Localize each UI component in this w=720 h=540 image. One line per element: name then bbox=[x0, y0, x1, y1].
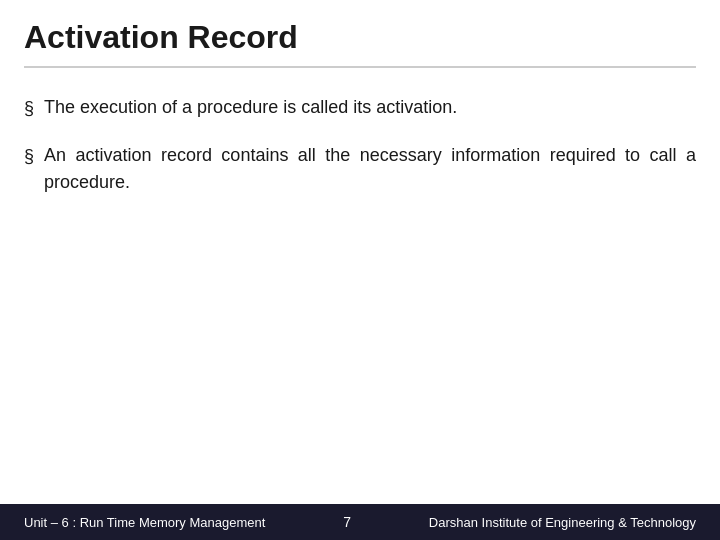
bullet-symbol-1: § bbox=[24, 95, 34, 122]
bullet-text-2: An activation record contains all the ne… bbox=[44, 142, 696, 196]
bullet-item-2: § An activation record contains all the … bbox=[24, 142, 696, 196]
bullet-item-1: § The execution of a procedure is called… bbox=[24, 94, 696, 122]
footer-left-text: Unit – 6 : Run Time Memory Management bbox=[24, 515, 265, 530]
title-section: Activation Record bbox=[24, 18, 696, 68]
slide-container: Activation Record § The execution of a p… bbox=[0, 0, 720, 540]
footer-center-page: 7 bbox=[343, 514, 351, 530]
bullet-text-1: The execution of a procedure is called i… bbox=[44, 94, 696, 121]
footer-right-text: Darshan Institute of Engineering & Techn… bbox=[429, 515, 696, 530]
bullet-symbol-2: § bbox=[24, 143, 34, 170]
slide-title: Activation Record bbox=[24, 18, 696, 56]
footer: Unit – 6 : Run Time Memory Management 7 … bbox=[0, 504, 720, 540]
content-section: § The execution of a procedure is called… bbox=[24, 86, 696, 540]
